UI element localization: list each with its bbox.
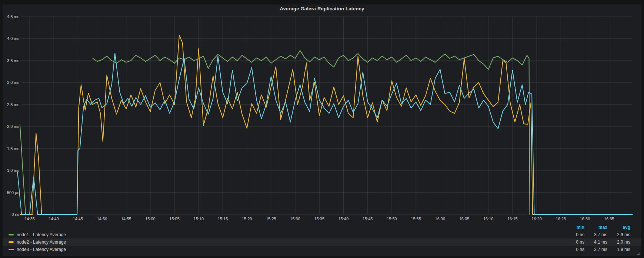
legend-stat-header-max[interactable]: max bbox=[584, 225, 607, 230]
legend-color-swatch-icon[interactable] bbox=[9, 241, 14, 243]
legend-stat-min-node2: 0 ns bbox=[561, 240, 584, 245]
legend-stat-max-node2: 4.1 ms bbox=[584, 240, 607, 245]
legend-series-label[interactable]: node2 - Latency Average bbox=[17, 240, 66, 245]
latency-chart-svg bbox=[0, 0, 644, 258]
dashboard-page: Average Galera Replication Latency 4.5 m… bbox=[0, 0, 644, 258]
legend-stat-header-min[interactable]: min bbox=[561, 225, 584, 230]
legend-row-node2: node2 - Latency Average0 ns4.1 ms2.0 ms bbox=[3, 238, 641, 246]
legend-stat-max-node3: 3.7 ms bbox=[584, 247, 607, 252]
legend-series-toggle-node1[interactable]: node1 - Latency Average bbox=[9, 232, 66, 237]
chart-plot-area[interactable] bbox=[0, 0, 644, 258]
legend-series-toggle-node3[interactable]: node3 - Latency Average bbox=[9, 247, 66, 252]
grid-lines bbox=[21, 17, 632, 214]
legend-stat-avg-node3: 1.9 ms bbox=[607, 247, 630, 252]
series-line-node1 bbox=[20, 51, 530, 215]
legend-row-node1: node1 - Latency Average0 ns3.7 ms2.9 ms bbox=[3, 231, 641, 238]
legend-stat-min-node1: 0 ns bbox=[561, 232, 584, 237]
legend-stat-min-node3: 0 ns bbox=[561, 247, 584, 252]
legend-header-row: minmaxavg bbox=[3, 224, 641, 231]
legend-color-swatch-icon[interactable] bbox=[9, 249, 14, 250]
legend-stat-avg-node1: 2.9 ms bbox=[607, 232, 630, 237]
legend-series-toggle-node2[interactable]: node2 - Latency Average bbox=[9, 240, 66, 245]
legend-series-label[interactable]: node3 - Latency Average bbox=[17, 247, 66, 252]
legend-stat-header-avg[interactable]: avg bbox=[607, 225, 630, 230]
series-line-node2 bbox=[20, 35, 541, 214]
series-line-node3 bbox=[17, 53, 632, 214]
legend-color-swatch-icon[interactable] bbox=[9, 234, 14, 235]
legend-stat-avg-node2: 2.0 ms bbox=[607, 240, 630, 245]
legend-series-label[interactable]: node1 - Latency Average bbox=[17, 232, 66, 237]
legend-row-node3: node3 - Latency Average0 ns3.7 ms1.9 ms bbox=[3, 246, 641, 253]
legend-stat-max-node1: 3.7 ms bbox=[584, 232, 607, 237]
legend-table: minmaxavgnode1 - Latency Average0 ns3.7 … bbox=[3, 224, 641, 253]
